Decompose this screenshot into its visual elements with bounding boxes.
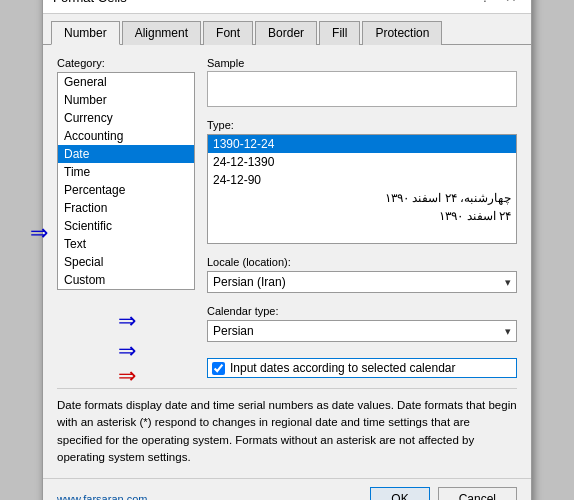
category-item-number[interactable]: Number (58, 91, 194, 109)
type-item-3[interactable]: چهارشنبه، ۲۴ اسفند ۱۳۹۰ (208, 189, 516, 207)
footer: www.farsaran.com OK Cancel (43, 478, 531, 500)
title-bar-controls: ? ✕ (477, 0, 521, 5)
calendar-dropdown[interactable]: Persian (207, 320, 517, 342)
type-item-4[interactable]: ۲۴ اسفند ۱۳۹۰ (208, 207, 516, 225)
category-item-custom[interactable]: Custom (58, 271, 194, 289)
tab-font[interactable]: Font (203, 21, 253, 45)
ok-button[interactable]: OK (370, 487, 429, 500)
tab-protection[interactable]: Protection (362, 21, 442, 45)
type-item-1[interactable]: 24-12-1390 (208, 153, 516, 171)
input-dates-label: Input dates according to selected calend… (230, 361, 455, 375)
calendar-section: Calendar type: Persian (207, 305, 517, 342)
input-dates-checkbox[interactable] (212, 362, 225, 375)
category-item-percentage[interactable]: Percentage (58, 181, 194, 199)
category-item-text[interactable]: Text (58, 235, 194, 253)
category-item-scientific[interactable]: Scientific (58, 217, 194, 235)
category-listbox[interactable]: General Number Currency Accounting Date … (57, 72, 195, 290)
category-item-date[interactable]: Date (58, 145, 194, 163)
type-item-0[interactable]: 1390-12-24 (208, 135, 516, 153)
input-dates-checkbox-row: Input dates according to selected calend… (207, 358, 517, 378)
category-item-currency[interactable]: Currency (58, 109, 194, 127)
locale-label: Locale (location): (207, 256, 517, 268)
calendar-dropdown-wrapper: Persian (207, 320, 517, 342)
left-panel: Category: General Number Currency Accoun… (57, 57, 195, 378)
locale-dropdown[interactable]: Persian (Iran) (207, 271, 517, 293)
calendar-label: Calendar type: (207, 305, 517, 317)
tab-alignment[interactable]: Alignment (122, 21, 201, 45)
locale-section: Locale (location): Persian (Iran) (207, 256, 517, 293)
description-text: Date formats display date and time seria… (57, 399, 517, 463)
category-item-time[interactable]: Time (58, 163, 194, 181)
category-item-accounting[interactable]: Accounting (58, 127, 194, 145)
category-item-general[interactable]: General (58, 73, 194, 91)
tab-bar: Number Alignment Font Border Fill Protec… (43, 14, 531, 45)
footer-link: www.farsaran.com (57, 493, 147, 500)
type-listbox[interactable]: 1390-12-24 24-12-1390 24-12-90 چهارشنبه،… (207, 134, 517, 244)
type-item-2[interactable]: 24-12-90 (208, 171, 516, 189)
close-button[interactable]: ✕ (501, 0, 521, 5)
title-bar: Format Cells ? ✕ (43, 0, 531, 14)
type-label: Type: (207, 119, 517, 131)
category-item-fraction[interactable]: Fraction (58, 199, 194, 217)
tab-content: Category: General Number Currency Accoun… (43, 45, 531, 478)
tab-number[interactable]: Number (51, 21, 120, 45)
locale-dropdown-wrapper: Persian (Iran) (207, 271, 517, 293)
sample-box (207, 71, 517, 107)
right-panel: Sample Type: 1390-12-24 24-12-1390 24-12… (207, 57, 517, 378)
format-cells-dialog: Format Cells ? ✕ Number Alignment Font B… (42, 0, 532, 500)
footer-buttons: OK Cancel (370, 487, 517, 500)
main-area: Category: General Number Currency Accoun… (57, 57, 517, 378)
tab-border[interactable]: Border (255, 21, 317, 45)
tab-fill[interactable]: Fill (319, 21, 360, 45)
dialog-title: Format Cells (53, 0, 127, 5)
help-button[interactable]: ? (477, 0, 493, 5)
description-area: Date formats display date and time seria… (57, 388, 517, 466)
category-label: Category: (57, 57, 195, 69)
sample-section: Sample (207, 57, 517, 111)
type-section: Type: 1390-12-24 24-12-1390 24-12-90 چها… (207, 119, 517, 244)
sample-label: Sample (207, 57, 517, 69)
category-item-special[interactable]: Special (58, 253, 194, 271)
cancel-button[interactable]: Cancel (438, 487, 517, 500)
